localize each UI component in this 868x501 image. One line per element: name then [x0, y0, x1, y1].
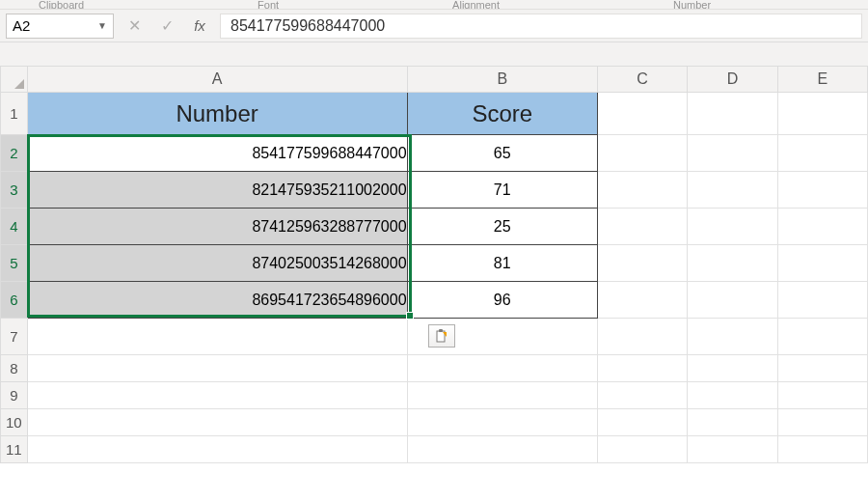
- cell-C2[interactable]: [597, 135, 687, 172]
- row-head-10[interactable]: 10: [1, 409, 28, 436]
- cell-D3[interactable]: [688, 172, 777, 209]
- cell-A11[interactable]: [27, 436, 407, 463]
- cell-A7[interactable]: [27, 319, 407, 355]
- cell-D7[interactable]: [688, 319, 777, 355]
- formula-bar-spacer: [0, 42, 868, 66]
- cell-D2[interactable]: [688, 135, 777, 172]
- ribbon-group-number: Number: [673, 0, 711, 10]
- cell-E9[interactable]: [777, 382, 867, 409]
- row-head-4[interactable]: 4: [1, 209, 28, 245]
- cell-D1[interactable]: [688, 93, 777, 135]
- row-head-9[interactable]: 9: [1, 382, 28, 409]
- row-head-8[interactable]: 8: [1, 355, 28, 382]
- cell-A1[interactable]: Number: [27, 93, 407, 135]
- row-head-5[interactable]: 5: [1, 245, 28, 282]
- cell-B9[interactable]: [407, 382, 597, 409]
- name-box[interactable]: A2 ▼: [6, 14, 114, 39]
- cell-E3[interactable]: [777, 172, 867, 209]
- chevron-down-icon[interactable]: ▼: [97, 20, 107, 31]
- row-head-7[interactable]: 7: [1, 319, 28, 355]
- cell-E8[interactable]: [777, 355, 867, 382]
- cell-B8[interactable]: [407, 355, 597, 382]
- row-2: 2 854177599688447000 65: [1, 135, 868, 172]
- row-head-11[interactable]: 11: [1, 436, 28, 463]
- cell-C6[interactable]: [597, 282, 687, 319]
- cell-C3[interactable]: [597, 172, 687, 209]
- row-9: 9: [1, 382, 868, 409]
- paste-options-button[interactable]: [428, 324, 455, 348]
- select-all-triangle[interactable]: [1, 67, 28, 93]
- cell-B6[interactable]: 96: [407, 282, 597, 319]
- cell-A9[interactable]: [27, 382, 407, 409]
- clipboard-icon: [434, 329, 449, 343]
- ribbon-groups: Clipboard Font Alignment Number: [0, 0, 868, 10]
- cell-B11[interactable]: [407, 436, 597, 463]
- cell-E2[interactable]: [777, 135, 867, 172]
- cell-A6[interactable]: 869541723654896000: [27, 282, 407, 319]
- cell-A8[interactable]: [27, 355, 407, 382]
- cell-D5[interactable]: [688, 245, 777, 282]
- col-head-A[interactable]: A: [27, 67, 407, 93]
- ribbon-group-clipboard: Clipboard: [39, 0, 84, 10]
- row-10: 10: [1, 409, 868, 436]
- row-head-6[interactable]: 6: [1, 282, 28, 319]
- row-head-1[interactable]: 1: [1, 93, 28, 135]
- ribbon-group-alignment: Alignment: [452, 0, 500, 10]
- column-header-row: A B C D E: [1, 67, 868, 93]
- cell-A10[interactable]: [27, 409, 407, 436]
- grid-table: A B C D E 1 Number Score 2 8541775996884…: [0, 66, 868, 463]
- row-head-3[interactable]: 3: [1, 172, 28, 209]
- formula-bar-value: 854177599688447000: [231, 17, 385, 35]
- row-1: 1 Number Score: [1, 93, 868, 135]
- row-8: 8: [1, 355, 868, 382]
- cell-E1[interactable]: [777, 93, 867, 135]
- cell-E5[interactable]: [777, 245, 867, 282]
- cell-C8[interactable]: [597, 355, 687, 382]
- cell-D11[interactable]: [688, 436, 777, 463]
- cell-A3[interactable]: 821475935211002000: [27, 172, 407, 209]
- svg-rect-1: [439, 329, 443, 332]
- col-head-D[interactable]: D: [688, 67, 777, 93]
- cell-B2[interactable]: 65: [407, 135, 597, 172]
- col-head-C[interactable]: C: [597, 67, 687, 93]
- cell-C7[interactable]: [597, 319, 687, 355]
- cell-A5[interactable]: 874025003514268000: [27, 245, 407, 282]
- cell-C11[interactable]: [597, 436, 687, 463]
- cell-C10[interactable]: [597, 409, 687, 436]
- cell-C9[interactable]: [597, 382, 687, 409]
- formula-bar-input[interactable]: 854177599688447000: [220, 14, 862, 39]
- cell-B4[interactable]: 25: [407, 209, 597, 245]
- cell-B1[interactable]: Score: [407, 93, 597, 135]
- row-4: 4 874125963288777000 25: [1, 209, 868, 245]
- cell-B3[interactable]: 71: [407, 172, 597, 209]
- row-head-2[interactable]: 2: [1, 135, 28, 172]
- ribbon-group-font: Font: [258, 0, 279, 10]
- cell-E4[interactable]: [777, 209, 867, 245]
- col-head-E[interactable]: E: [777, 67, 867, 93]
- enter-formula-icon[interactable]: ✓: [154, 14, 179, 39]
- cell-D9[interactable]: [688, 382, 777, 409]
- worksheet[interactable]: A B C D E 1 Number Score 2 8541775996884…: [0, 66, 868, 463]
- cell-C1[interactable]: [597, 93, 687, 135]
- cell-A4[interactable]: 874125963288777000: [27, 209, 407, 245]
- cell-D8[interactable]: [688, 355, 777, 382]
- row-11: 11: [1, 436, 868, 463]
- name-box-value: A2: [13, 17, 30, 34]
- cell-C5[interactable]: [597, 245, 687, 282]
- cell-B5[interactable]: 81: [407, 245, 597, 282]
- cell-E10[interactable]: [777, 409, 867, 436]
- col-head-B[interactable]: B: [407, 67, 597, 93]
- fx-icon[interactable]: fx: [187, 14, 212, 39]
- cell-C4[interactable]: [597, 209, 687, 245]
- cell-D6[interactable]: [688, 282, 777, 319]
- cancel-formula-icon[interactable]: ✕: [122, 14, 147, 39]
- cell-E7[interactable]: [777, 319, 867, 355]
- cell-D10[interactable]: [688, 409, 777, 436]
- row-3: 3 821475935211002000 71: [1, 172, 868, 209]
- cell-B10[interactable]: [407, 409, 597, 436]
- cell-A2[interactable]: 854177599688447000: [27, 135, 407, 172]
- cell-D4[interactable]: [688, 209, 777, 245]
- cell-E11[interactable]: [777, 436, 867, 463]
- formula-bar-row: A2 ▼ ✕ ✓ fx 854177599688447000: [0, 10, 868, 42]
- cell-E6[interactable]: [777, 282, 867, 319]
